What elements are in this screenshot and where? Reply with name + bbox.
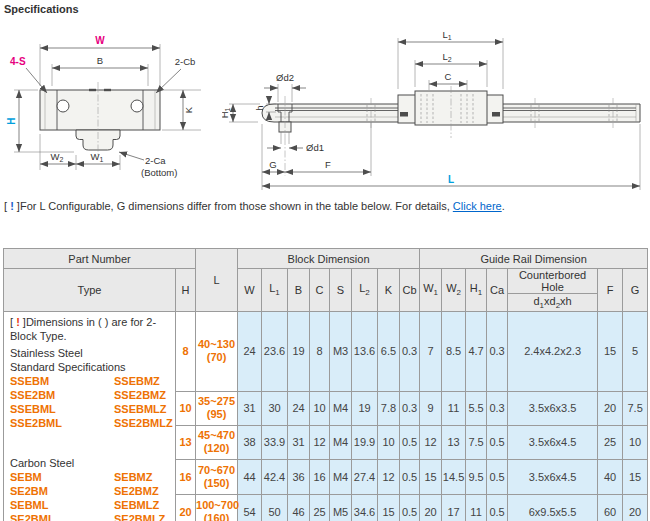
- col-header-counterbored-hole: Counterbored Hole: [508, 269, 598, 294]
- part-link[interactable]: SSEBMZ: [114, 374, 173, 388]
- part-link[interactable]: SSEBML: [10, 402, 114, 416]
- dim-label-2cb: 2-Cb: [175, 56, 196, 67]
- cell: 19.9: [352, 425, 378, 460]
- dim-label-k: K: [183, 106, 194, 113]
- cell: 36: [288, 460, 310, 495]
- dim-label-b: B: [97, 55, 103, 66]
- part-link[interactable]: SEBM: [10, 470, 114, 484]
- cell: 0.3: [400, 391, 420, 425]
- cell-l: 45~470(120): [196, 425, 238, 460]
- cell: 24: [288, 391, 310, 425]
- col-header-guide-rail-dimension: Guide Rail Dimension: [420, 249, 648, 269]
- header-group-row: Part Number L Block Dimension Guide Rail…: [4, 249, 648, 269]
- cell: 31: [288, 425, 310, 460]
- cell: 9: [420, 391, 442, 425]
- col-header-l2: L2: [352, 269, 378, 312]
- cell: 25: [598, 425, 623, 460]
- col-header-block-dimension: Block Dimension: [238, 249, 420, 269]
- cell: 0.3: [487, 312, 508, 392]
- bottom-note: (Bottom): [141, 167, 177, 178]
- type-cell: [ ! ]Dimensions in ( ) are for 2-Block T…: [4, 312, 176, 521]
- cell: 23.6: [262, 312, 288, 392]
- part-link[interactable]: SE2BMLZ: [114, 512, 169, 521]
- cell: 0.3: [487, 391, 508, 425]
- part-link[interactable]: SSEBMLZ: [114, 402, 173, 416]
- block-drawing: [40, 82, 160, 156]
- part-link[interactable]: SSE2BMZ: [114, 388, 173, 402]
- part-link[interactable]: SSE2BML: [10, 416, 114, 430]
- col-header-d1xd2xh: d1xd2xh: [508, 294, 598, 312]
- click-here-link[interactable]: Click here: [453, 200, 502, 212]
- l-configurable-note: [ ! ]For L Configurable, G dimensions di…: [4, 200, 505, 212]
- cell: 33.9: [262, 425, 288, 460]
- cell: 0.5: [400, 460, 420, 495]
- cell: 0.5: [400, 425, 420, 460]
- cell: 5.5: [466, 391, 487, 425]
- cell: M5: [330, 495, 352, 521]
- col-header-b: B: [288, 269, 310, 312]
- cell: 0.3: [400, 312, 420, 392]
- cell-h: 8: [176, 312, 196, 392]
- cell: 13.6: [352, 312, 378, 392]
- dim-label-l: L: [448, 174, 454, 185]
- cell-h: 20: [176, 495, 196, 521]
- cell: M4: [330, 391, 352, 425]
- col-header-s: S: [330, 269, 352, 312]
- part-link[interactable]: SEBMZ: [114, 470, 169, 484]
- side-view-diagram: L1 L2 C Ød2 h H1: [222, 16, 646, 196]
- part-link[interactable]: SE2BML: [10, 512, 114, 521]
- part-link[interactable]: SSE2BMLZ: [114, 416, 173, 430]
- rail-drawing: [262, 86, 640, 138]
- carbon-steel-label: Carbon Steel: [10, 456, 169, 470]
- col-header-cb: Cb: [400, 269, 420, 312]
- cell: M3: [330, 312, 352, 392]
- col-header-w2: W2: [442, 269, 466, 312]
- part-link[interactable]: SSE2BM: [10, 388, 114, 402]
- cell: 24: [238, 312, 262, 392]
- cell: 38: [238, 425, 262, 460]
- cell: 15: [623, 460, 648, 495]
- page-title: Specifications: [4, 3, 79, 15]
- cell: 0.5: [487, 460, 508, 495]
- cell: 25: [310, 495, 330, 521]
- col-header-ca: Ca: [487, 269, 508, 312]
- cell: 46: [288, 495, 310, 521]
- cell: 11: [442, 391, 466, 425]
- col-header-f: F: [598, 269, 623, 312]
- cell-h: 10: [176, 391, 196, 425]
- cell: 60: [598, 495, 623, 521]
- cell: 9.5: [466, 460, 487, 495]
- cell: 10: [310, 391, 330, 425]
- part-link[interactable]: SSEBM: [10, 374, 114, 388]
- cell: 42.4: [262, 460, 288, 495]
- table-row: [ ! ]Dimensions in ( ) are for 2-Block T…: [4, 312, 648, 392]
- dim-label-c: C: [445, 71, 452, 82]
- cell: 6x9.5x5.5: [508, 495, 598, 521]
- cell: 17: [442, 495, 466, 521]
- cell: 2.4x4.2x2.3: [508, 312, 598, 392]
- col-header-w: W: [238, 269, 262, 312]
- cell: 20: [623, 495, 648, 521]
- dim-label-2ca: 2-Ca: [145, 155, 166, 166]
- cell: 10: [378, 425, 400, 460]
- cell: 19: [352, 391, 378, 425]
- col-header-k: K: [378, 269, 400, 312]
- part-link[interactable]: SE2BMZ: [114, 484, 169, 498]
- two-block-note: [ ! ]Dimensions in ( ) are for 2-Block T…: [10, 315, 169, 343]
- dim-label-l2: L2: [442, 51, 451, 63]
- header-row: Type H W L1 B C S L2 K Cb W1 W2 H1 Ca Co…: [4, 269, 648, 294]
- note-text: ]For L Configurable, G dimensions differ…: [14, 200, 453, 212]
- cell: 0.5: [487, 425, 508, 460]
- cell: 0.5: [400, 495, 420, 521]
- cell-l: 70~670(150): [196, 460, 238, 495]
- cell: 12: [378, 460, 400, 495]
- cell: 20: [598, 391, 623, 425]
- cell: 7.5: [623, 391, 648, 425]
- cell: 16: [310, 460, 330, 495]
- part-link[interactable]: SE2BM: [10, 484, 114, 498]
- part-link[interactable]: SEBML: [10, 498, 114, 512]
- page: Specifications W: [0, 0, 650, 521]
- part-link[interactable]: SEBMLZ: [114, 498, 169, 512]
- dim-label-w1: W1: [91, 151, 104, 163]
- cell-l: 100~700(160): [196, 495, 238, 521]
